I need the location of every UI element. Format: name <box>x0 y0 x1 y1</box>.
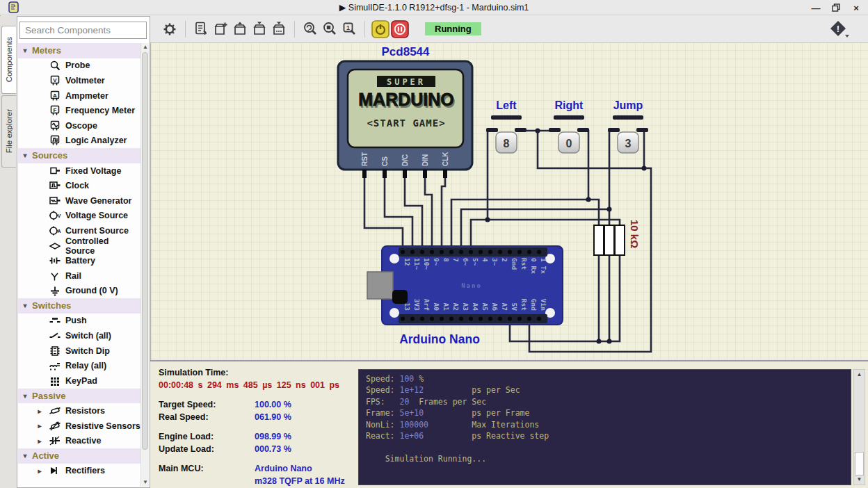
fixedvolt-icon <box>45 165 65 177</box>
open-circuit-icon[interactable] <box>230 19 250 39</box>
chevron-right-icon[interactable]: ▸ <box>35 422 45 430</box>
simulation-stats: Simulation Time: 00:00:48 s 294 ms 485 µ… <box>159 366 357 487</box>
close-button[interactable]: × <box>851 3 861 13</box>
console-line: Speed: 100 % <box>366 373 851 384</box>
reset-button[interactable] <box>392 290 408 304</box>
tree-item[interactable]: ▸Reactive <box>18 433 140 448</box>
tree-item[interactable]: Clock <box>18 178 140 193</box>
settings-gear-icon[interactable] <box>160 19 179 39</box>
keycap-value: 3 <box>625 138 632 149</box>
reactive-icon <box>45 435 65 446</box>
tree-item[interactable]: FFrequency Meter <box>18 103 140 118</box>
pin-label-bottom: Arf <box>423 299 431 311</box>
rectifier-icon <box>45 465 65 476</box>
pin-label-top: 1 Tx <box>540 258 547 274</box>
logic-icon <box>45 135 65 146</box>
tree-item[interactable]: ▸Rectifiers <box>18 464 140 479</box>
resistor-value-label: 10 kΩ <box>629 220 641 248</box>
pause-button[interactable] <box>390 19 410 39</box>
console-scrollbar-thumb[interactable] <box>855 452 864 475</box>
arduino-nano-board[interactable]: 121311~3V310~Arf9~A08A17A26~A35~A44A53~A… <box>367 246 563 325</box>
chevron-right-icon[interactable]: ▸ <box>35 407 45 415</box>
tab-file-explorer[interactable]: File explorer <box>1 95 16 168</box>
tree-item[interactable]: Relay (all) <box>18 358 140 373</box>
scroll-down-icon[interactable]: ▼ <box>141 478 150 487</box>
item-label: Voltmeter <box>65 76 105 86</box>
mcu-detail: m328 TQFP at 16 MHz <box>255 475 357 487</box>
ampmeter-icon: A <box>45 90 65 101</box>
tree-item[interactable]: Controlled Source <box>18 238 140 254</box>
console-line: Simulation Running... <box>366 453 851 464</box>
scroll-up-icon[interactable]: ▲ <box>141 43 150 51</box>
tree-item[interactable]: AAmpmeter <box>18 88 140 104</box>
pullup-resistors[interactable] <box>594 225 625 255</box>
zoom-one-icon[interactable]: 1 <box>339 19 359 39</box>
item-label: Probe <box>65 60 90 70</box>
voltmeter-icon: V <box>45 75 65 86</box>
power-run-button[interactable] <box>371 19 390 39</box>
push-icon <box>45 315 65 326</box>
recent-circuits-icon[interactable] <box>191 19 211 39</box>
item-label: Oscope <box>65 121 97 131</box>
tree-item[interactable]: ▸Resistive Sensors <box>18 418 140 434</box>
tree-category[interactable]: ▾Meters <box>18 43 140 58</box>
pin-label-bottom: 13 <box>403 303 411 311</box>
tree-category[interactable]: ▾Switches <box>18 298 140 314</box>
search-input[interactable] <box>19 22 147 39</box>
tree-item[interactable]: Fixed Voltage <box>18 163 140 179</box>
sidebar-scrollbar[interactable]: ▲ ▼ <box>140 43 149 487</box>
zoom-selected-icon[interactable] <box>320 19 339 39</box>
save-as-circuit-icon[interactable] <box>269 19 289 39</box>
console-line: NonLi: 100000 Max Iterations <box>366 419 851 430</box>
console-line: React: 1e+06 ps Reactive step <box>366 430 851 441</box>
item-label: Relay (all) <box>65 361 106 371</box>
console-scrollbar[interactable]: ▲ ▼ <box>853 369 865 485</box>
tree-item[interactable]: Switch (all) <box>18 328 140 343</box>
tree-item[interactable]: ▸Resistors <box>18 403 140 418</box>
button-label: Jump <box>613 99 643 111</box>
lcd-display[interactable]: SUPER MARDUINO MARDUINO <START GAME> RST… <box>338 61 472 178</box>
tree-item[interactable]: Battery <box>18 253 140 268</box>
item-label: Ground (0 V) <box>65 286 118 295</box>
circuit-canvas[interactable]: 10 kΩ Pcd8544 SUPER MARDUINO MARDUINO <S… <box>150 43 868 360</box>
minimize-button[interactable]: — <box>811 3 821 13</box>
item-label: Wave Generator <box>65 196 131 206</box>
console-scroll-up-icon[interactable]: ▲ <box>854 370 865 380</box>
tree-item[interactable]: Push <box>18 314 140 329</box>
pin-label-bottom: A2 <box>452 303 460 311</box>
tree-category[interactable]: ▾Active <box>18 448 140 464</box>
zoom-fit-icon[interactable] <box>300 19 320 39</box>
component-tree: ▾MetersProbeVVoltmeterAAmpmeterFFrequenc… <box>18 43 140 487</box>
restore-button[interactable] <box>831 3 841 13</box>
console-scroll-down-icon[interactable]: ▼ <box>854 475 865 485</box>
tree-item[interactable]: Probe <box>18 58 140 74</box>
save-circuit-icon[interactable] <box>250 19 269 39</box>
category-label: Active <box>32 450 59 461</box>
info-button[interactable]: ! <box>829 19 850 42</box>
svg-text:A: A <box>53 92 57 98</box>
scrollbar-thumb[interactable] <box>142 52 148 450</box>
chevron-right-icon[interactable]: ▸ <box>35 437 45 445</box>
tree-item[interactable]: Oscope <box>18 118 140 133</box>
tree-item[interactable]: Switch Dip <box>18 343 140 359</box>
tree-category[interactable]: ▾Sources <box>18 148 140 163</box>
tab-components[interactable]: Components <box>1 26 16 94</box>
lcd-line-start-game: <START GAME> <box>367 117 445 129</box>
main-toolbar: 1 Running ! <box>150 15 868 43</box>
tree-item[interactable]: Rail <box>18 268 140 284</box>
new-circuit-icon[interactable] <box>211 19 230 39</box>
tree-item[interactable]: VVoltage Source <box>18 209 140 224</box>
item-label: Clock <box>65 181 89 190</box>
tree-item[interactable]: Ground (0 V) <box>18 284 140 299</box>
tree-item[interactable]: Logic Analyzer <box>18 133 140 149</box>
stat-row: Real Speed:061.90 % <box>159 411 357 423</box>
title-bar[interactable]: ▶ SimulIDE-1.1.0 R1912+dfsg-1 - Marduino… <box>0 0 868 15</box>
item-label: Controlled Source <box>65 236 140 256</box>
oscope-icon <box>45 120 65 131</box>
tree-category[interactable]: ▾Passive <box>18 389 140 404</box>
tree-item[interactable]: Wave Generator <box>18 193 140 209</box>
chevron-right-icon[interactable]: ▸ <box>35 467 45 475</box>
ctrlsource-icon <box>45 241 65 252</box>
tree-item[interactable]: VVoltmeter <box>18 73 140 88</box>
tree-item[interactable]: KeyPad <box>18 373 140 389</box>
